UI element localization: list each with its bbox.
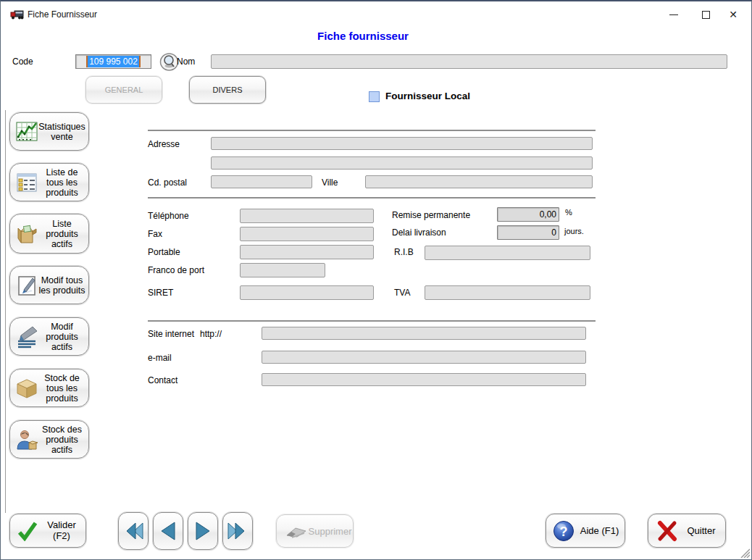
http-prefix-label: http:// bbox=[200, 329, 222, 339]
contact-input[interactable] bbox=[262, 373, 586, 386]
product-list-icon bbox=[15, 171, 38, 194]
aide-label: Aide (F1) bbox=[575, 525, 624, 536]
telephone-input[interactable] bbox=[240, 209, 374, 223]
close-icon: ✕ bbox=[729, 9, 738, 20]
aide-button[interactable]: ? Aide (F1) bbox=[546, 514, 625, 548]
rib-input[interactable] bbox=[425, 246, 590, 260]
fournisseur-local-checkbox[interactable] bbox=[369, 91, 380, 102]
site-internet-input[interactable] bbox=[262, 327, 586, 340]
ville-label: Ville bbox=[322, 177, 338, 188]
cd-postal-input[interactable] bbox=[211, 175, 312, 188]
remise-unit: % bbox=[565, 208, 572, 217]
delai-unit: jours. bbox=[564, 227, 584, 235]
sidebar-statistiques-vente-label: Statistiques vente bbox=[38, 122, 88, 142]
separator-middle bbox=[148, 197, 596, 198]
cd-postal-label: Cd. postal bbox=[148, 177, 187, 188]
tab-general[interactable]: GENERAL bbox=[85, 76, 162, 104]
code-input[interactable]: 109 995 002 bbox=[75, 54, 151, 69]
nom-input[interactable] bbox=[211, 54, 727, 69]
delai-label: Delai livraison bbox=[392, 227, 446, 238]
sidebar-stock-produits-actifs-button[interactable]: Stock des produits actifs bbox=[9, 420, 89, 459]
contact-label: Contact bbox=[148, 375, 177, 385]
adresse-label: Adresse bbox=[148, 139, 180, 149]
eraser-pen-icon bbox=[285, 522, 307, 540]
sales-chart-icon bbox=[15, 120, 38, 143]
site-internet-label: Site internet bbox=[148, 329, 194, 339]
siret-input[interactable] bbox=[240, 285, 374, 300]
adresse-line1-input[interactable] bbox=[211, 137, 593, 150]
sidebar-modif-tous-produits-button[interactable]: Modif tous les produits bbox=[9, 266, 89, 304]
last-record-icon bbox=[227, 520, 248, 542]
sidebar-stock-produits-actifs-label: Stock des produits actifs bbox=[38, 425, 88, 455]
portable-label: Portable bbox=[148, 247, 180, 257]
valider-button[interactable]: Valider (F2) bbox=[9, 514, 86, 548]
person-box-icon bbox=[15, 428, 38, 451]
separator-top bbox=[148, 130, 596, 131]
green-check-icon bbox=[17, 521, 38, 541]
fax-label: Fax bbox=[148, 229, 162, 239]
valider-label: Valider bbox=[47, 519, 76, 530]
next-record-icon bbox=[193, 520, 212, 542]
sidebar-statistiques-vente-button[interactable]: Statistiques vente bbox=[9, 112, 89, 151]
sidebar-liste-tous-produits-button[interactable]: Liste de tous les produits bbox=[9, 163, 89, 201]
quitter-label: Quitter bbox=[677, 525, 725, 536]
background-window-edge bbox=[5, 110, 6, 513]
next-record-button[interactable] bbox=[188, 512, 218, 550]
last-record-button[interactable] bbox=[222, 512, 253, 550]
valider-shortcut: (F2) bbox=[53, 530, 70, 541]
delai-input[interactable]: 0 bbox=[497, 225, 559, 240]
fax-input[interactable] bbox=[240, 227, 374, 241]
rib-label: R.I.B bbox=[394, 247, 414, 257]
first-record-button[interactable] bbox=[118, 512, 149, 550]
sidebar-liste-produits-actifs-label: Liste produits actifs bbox=[38, 219, 88, 249]
sidebar-modif-produits-actifs-button[interactable]: Modif produits actifs bbox=[9, 317, 89, 356]
separator-bottom bbox=[148, 320, 596, 322]
first-record-icon bbox=[122, 520, 144, 542]
siret-label: SIRET bbox=[148, 288, 173, 298]
previous-record-button[interactable] bbox=[153, 512, 183, 550]
portable-input[interactable] bbox=[240, 245, 374, 259]
quitter-button[interactable]: Quitter bbox=[648, 514, 726, 548]
fournisseur-local-label: Fournisseur Local bbox=[385, 91, 470, 101]
red-cross-icon bbox=[657, 520, 677, 542]
pencil-lines-icon bbox=[15, 325, 38, 348]
close-button[interactable]: ✕ bbox=[721, 4, 745, 25]
email-label: e-mail bbox=[148, 353, 172, 363]
maximize-icon bbox=[702, 11, 710, 19]
code-value: 109 995 002 bbox=[86, 56, 141, 67]
help-sphere-icon: ? bbox=[553, 520, 575, 542]
minimize-icon bbox=[669, 14, 678, 15]
franco-input[interactable] bbox=[240, 263, 325, 277]
minimize-button[interactable] bbox=[661, 4, 686, 25]
search-supplier-button[interactable] bbox=[159, 52, 179, 72]
maximize-button[interactable] bbox=[693, 4, 718, 25]
truck-icon bbox=[10, 9, 24, 20]
tva-input[interactable] bbox=[425, 285, 590, 300]
carton-box-icon bbox=[15, 377, 38, 400]
sidebar-liste-tous-produits-label: Liste de tous les produits bbox=[38, 167, 88, 198]
resize-grip[interactable] bbox=[739, 547, 750, 558]
tva-label: TVA bbox=[394, 288, 410, 298]
telephone-label: Téléphone bbox=[148, 211, 189, 221]
remise-input[interactable]: 0,00 bbox=[497, 207, 559, 222]
sidebar-stock-tous-produits-label: Stock de tous les produits bbox=[38, 373, 88, 404]
supprimer-button[interactable]: Supprimer bbox=[276, 514, 354, 548]
email-input[interactable] bbox=[262, 351, 586, 364]
svg-text:?: ? bbox=[560, 525, 568, 539]
supprimer-label: Supprimer bbox=[307, 526, 353, 537]
sidebar-stock-tous-produits-button[interactable]: Stock de tous les produits bbox=[9, 369, 89, 407]
nom-label: Nom bbox=[177, 57, 195, 67]
code-label: Code bbox=[12, 57, 33, 67]
sidebar-modif-tous-produits-label: Modif tous les produits bbox=[38, 275, 88, 296]
ville-input[interactable] bbox=[365, 175, 593, 188]
tab-divers[interactable]: DIVERS bbox=[189, 76, 266, 104]
sidebar-modif-produits-actifs-label: Modif produits actifs bbox=[38, 322, 88, 352]
remise-label: Remise permanente bbox=[392, 210, 470, 220]
franco-label: Franco de port bbox=[148, 265, 204, 275]
adresse-line2-input[interactable] bbox=[211, 156, 593, 170]
page-title: Fiche fournisseur bbox=[1, 30, 725, 42]
title-bar: Fiche Fournisseur ✕ bbox=[1, 1, 751, 28]
open-box-icon bbox=[15, 222, 38, 246]
magnifier-icon bbox=[159, 52, 179, 72]
sidebar-liste-produits-actifs-button[interactable]: Liste produits actifs bbox=[9, 214, 89, 254]
